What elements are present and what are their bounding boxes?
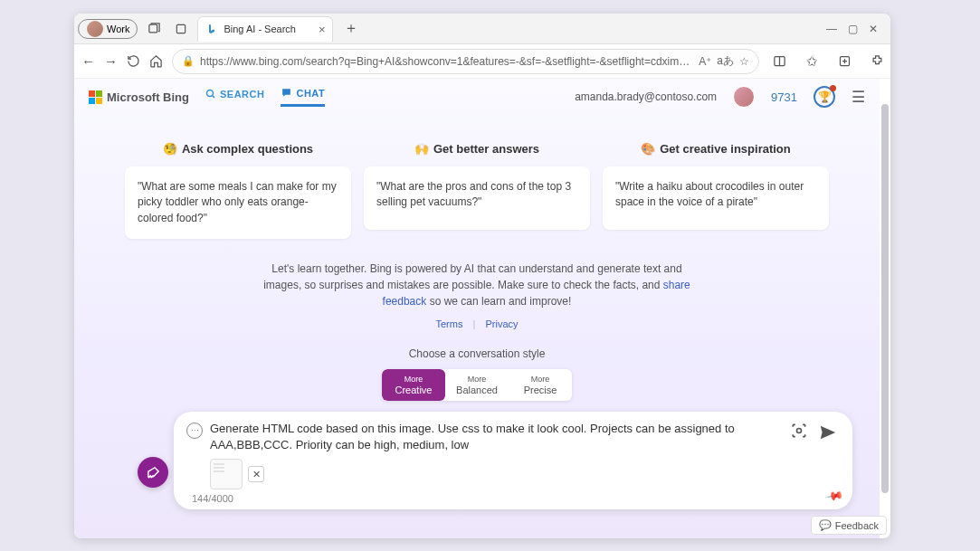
visual-search-icon[interactable] [789,421,809,441]
maximize-button[interactable]: ▢ [848,23,858,35]
profile-avatar-icon [87,21,103,37]
style-picker: More Creative More Balanced More Precise [382,369,572,401]
suggestion-card[interactable]: "What are the pros and cons of the top 3… [364,166,590,230]
search-label: SEARCH [220,89,264,100]
remove-attachment-button[interactable]: ✕ [248,466,264,482]
feedback-button[interactable]: 💬 Feedback [811,516,887,535]
svg-rect-0 [149,24,157,33]
svg-point-7 [207,90,214,97]
bing-logo[interactable]: Microsoft Bing [89,90,189,104]
close-window-button[interactable]: ✕ [869,23,878,35]
microsoft-logo-icon [89,90,102,104]
minimize-button[interactable]: — [826,23,837,35]
content-area: Microsoft Bing SEARCH CHAT amanda.brady@… [74,79,890,538]
browser-window: Work Bing AI - Search × ＋ — ▢ ✕ ← → [74,14,890,538]
split-screen-icon[interactable] [768,50,792,73]
search-mode-tab[interactable]: SEARCH [205,89,264,105]
emoji-icon: 🎨 [641,142,655,156]
privacy-link[interactable]: Privacy [485,318,518,329]
emoji-icon: 🧐 [163,142,177,156]
forward-button[interactable]: → [104,50,118,73]
svg-point-9 [797,428,802,432]
hamburger-menu-icon[interactable]: ☰ [852,88,865,107]
suggestion-row: 🧐 Ask complex questions "What are some m… [89,142,865,239]
rewards-trophy-icon[interactable]: 🏆 [813,86,835,108]
style-balanced[interactable]: More Balanced [445,369,509,401]
chat-mode-tab[interactable]: CHAT [281,87,325,107]
favorites-bar-icon[interactable]: ✩ [801,50,824,73]
style-heading: Choose a conversation style [74,347,880,360]
user-avatar[interactable] [733,86,755,108]
workspaces-icon[interactable] [143,18,165,40]
terms-link[interactable]: Terms [436,318,463,329]
suggestion-heading: 🙌 Get better answers [364,142,590,156]
chat-input[interactable]: Generate HTML code based on this image. … [210,421,782,453]
svg-line-8 [213,96,215,99]
rewards-points[interactable]: 9731 [771,90,797,104]
collections-icon[interactable] [833,50,857,73]
scrollbar[interactable] [881,104,889,493]
user-email[interactable]: amanda.brady@contoso.com [575,90,717,103]
lock-icon: 🔒 [182,55,195,67]
suggestion-card[interactable]: "Write a haiku about crocodiles in outer… [603,166,829,230]
tab-actions-icon[interactable] [170,18,192,40]
suggestion-heading: 🎨 Get creative inspiration [603,142,829,156]
reload-button[interactable] [127,50,140,73]
profile-pill[interactable]: Work [78,19,138,39]
svg-rect-1 [177,24,186,33]
url-text: https://www.bing.com/search?q=Bing+AI&sh… [200,55,693,68]
bing-favicon-icon [205,23,218,35]
url-input[interactable]: 🔒 https://www.bing.com/search?q=Bing+AI&… [172,49,759,74]
legal-links: Terms | Privacy [74,318,880,329]
home-button[interactable] [149,50,163,73]
new-topic-button[interactable] [138,457,168,488]
browser-tab[interactable]: Bing AI - Search × [197,16,333,42]
tab-title: Bing AI - Search [224,24,296,34]
new-tab-button[interactable]: ＋ [338,19,364,38]
disclaimer-text: Let's learn together. Bing is powered by… [255,261,699,309]
profile-label: Work [107,24,129,34]
address-bar: ← → 🔒 https://www.bing.com/search?q=Bing… [74,44,890,79]
reader-icon[interactable]: A⁺ [699,55,711,68]
extensions-icon[interactable] [866,50,890,73]
page-header: Microsoft Bing SEARCH CHAT amanda.brady@… [74,79,880,115]
image-attachment-thumbnail[interactable]: ▭▭▭▭▭▭▭▭▭ [210,459,243,489]
style-creative[interactable]: More Creative [382,369,445,401]
brand-text: Microsoft Bing [107,90,189,104]
translate-icon[interactable]: aあ [717,53,734,69]
window-controls: — ▢ ✕ [826,23,887,35]
suggestion-heading: 🧐 Ask complex questions [125,142,351,156]
feedback-icon: 💬 [819,519,832,531]
chat-bubble-icon: ⋯ [186,423,203,439]
style-precise[interactable]: More Precise [509,369,572,401]
char-counter: 144/4000 [192,493,840,504]
chat-label: CHAT [296,88,325,99]
back-button[interactable]: ← [81,50,95,73]
suggestion-card[interactable]: "What are some meals I can make for my p… [125,166,351,239]
send-button[interactable] [816,421,840,444]
titlebar: Work Bing AI - Search × ＋ — ▢ ✕ [74,14,890,44]
favorite-icon[interactable]: ☆ [739,55,749,68]
emoji-icon: 🙌 [414,142,429,156]
attachment-row: ▭▭▭▭▭▭▭▭▭ ✕ [210,459,840,489]
tab-close-icon[interactable]: × [319,23,326,36]
chat-input-card: ⋯ Generate HTML code based on this image… [174,412,852,509]
